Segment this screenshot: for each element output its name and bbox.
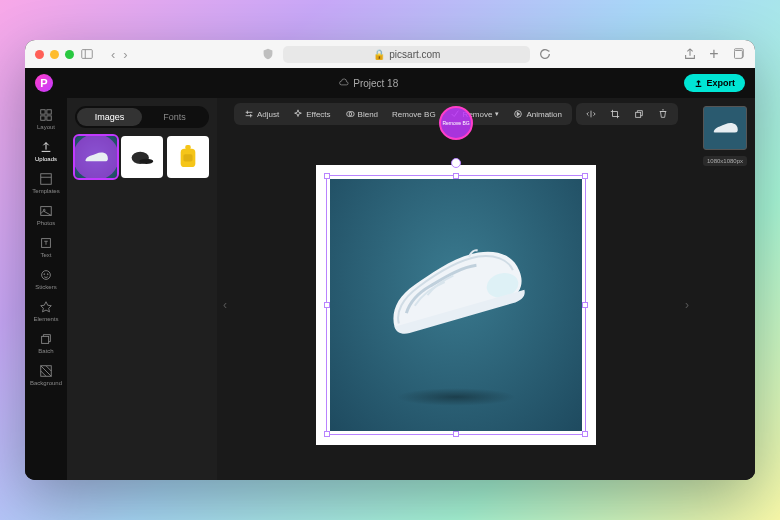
svg-point-13 xyxy=(44,274,45,275)
export-icon xyxy=(694,79,703,88)
rail-templates[interactable]: Templates xyxy=(25,168,67,198)
shoe-shadow xyxy=(396,388,516,406)
refresh-icon[interactable] xyxy=(538,47,552,61)
removebg-button[interactable]: Remove BG xyxy=(386,107,442,122)
upload-thumbnails xyxy=(75,136,209,178)
maximize-icon[interactable] xyxy=(65,50,74,59)
context-toolbar: Adjust Effects Blend Remove BG Remove▾ A… xyxy=(217,98,695,130)
url-text: picsart.com xyxy=(389,49,440,60)
duplicate-button[interactable] xyxy=(628,106,650,122)
layers-panel: 1080x1080px xyxy=(695,98,755,480)
rail-background[interactable]: Background xyxy=(25,360,67,390)
canvas-area: Adjust Effects Blend Remove BG Remove▾ A… xyxy=(217,98,695,480)
traffic-lights xyxy=(35,50,74,59)
svg-rect-3 xyxy=(41,110,45,114)
thumb-backpack[interactable] xyxy=(167,136,209,178)
url-bar[interactable]: 🔒 picsart.com xyxy=(283,46,530,63)
svg-point-12 xyxy=(42,271,51,280)
svg-rect-25 xyxy=(636,112,641,117)
tutorial-highlight: Remove BG xyxy=(439,106,473,140)
app-header: P Project 18 Export xyxy=(25,68,755,98)
tabs-icon[interactable] xyxy=(731,47,745,61)
handle-bl[interactable] xyxy=(324,431,330,437)
svg-rect-0 xyxy=(82,50,93,59)
flip-button[interactable] xyxy=(580,106,602,122)
picsart-logo[interactable]: P xyxy=(35,74,53,92)
handle-b[interactable] xyxy=(453,431,459,437)
canvas-dimensions: 1080x1080px xyxy=(703,156,747,166)
titlebar: ‹ › 🔒 picsart.com + xyxy=(25,40,755,68)
nav-arrows: ‹ › xyxy=(108,47,131,62)
sidebar-toggle-icon[interactable] xyxy=(80,47,94,61)
canvas-viewport: ‹ › xyxy=(217,130,695,480)
plus-icon[interactable]: + xyxy=(707,47,721,61)
shield-icon[interactable] xyxy=(261,47,275,61)
export-button[interactable]: Export xyxy=(684,74,745,92)
thumb-shoe[interactable] xyxy=(75,136,117,178)
uploads-panel: Images Fonts xyxy=(67,98,217,480)
effects-button[interactable]: Effects xyxy=(287,106,336,122)
artboard[interactable] xyxy=(316,165,596,445)
shoe-graphic xyxy=(362,222,542,360)
forward-icon[interactable]: › xyxy=(120,47,130,62)
handle-br[interactable] xyxy=(582,431,588,437)
minimize-icon[interactable] xyxy=(50,50,59,59)
panel-tabs: Images Fonts xyxy=(75,106,209,128)
svg-rect-6 xyxy=(47,116,51,120)
lock-icon: 🔒 xyxy=(373,49,385,60)
main-area: Layout Uploads Templates Photos Text Sti… xyxy=(25,98,755,480)
thumb-cap[interactable] xyxy=(121,136,163,178)
share-icon[interactable] xyxy=(683,47,697,61)
cloud-icon xyxy=(339,78,349,88)
prev-page-icon[interactable]: ‹ xyxy=(223,298,227,312)
rail-uploads[interactable]: Uploads xyxy=(25,136,67,166)
tab-fonts[interactable]: Fonts xyxy=(142,108,207,126)
rail-elements[interactable]: Elements xyxy=(25,296,67,326)
delete-button[interactable] xyxy=(652,106,674,122)
canvas-image[interactable] xyxy=(330,179,582,431)
svg-rect-21 xyxy=(185,145,191,150)
svg-rect-7 xyxy=(41,174,52,185)
svg-point-18 xyxy=(139,159,153,164)
tab-images[interactable]: Images xyxy=(77,108,142,126)
project-title[interactable]: Project 18 xyxy=(339,78,398,89)
handle-r[interactable] xyxy=(582,302,588,308)
rail-text[interactable]: Text xyxy=(25,232,67,262)
animation-button[interactable]: Animation xyxy=(507,106,568,122)
rail-batch[interactable]: Batch xyxy=(25,328,67,358)
rail-stickers[interactable]: Stickers xyxy=(25,264,67,294)
next-page-icon[interactable]: › xyxy=(685,298,689,312)
adjust-button[interactable]: Adjust xyxy=(238,106,285,122)
svg-point-14 xyxy=(47,274,48,275)
svg-rect-2 xyxy=(735,51,743,59)
svg-rect-4 xyxy=(47,110,51,114)
svg-rect-5 xyxy=(41,116,45,120)
browser-window: ‹ › 🔒 picsart.com + P Project 18 Export xyxy=(25,40,755,480)
svg-rect-15 xyxy=(42,336,49,343)
left-rail: Layout Uploads Templates Photos Text Sti… xyxy=(25,98,67,480)
svg-rect-20 xyxy=(183,154,192,161)
close-icon[interactable] xyxy=(35,50,44,59)
rail-layout[interactable]: Layout xyxy=(25,104,67,134)
rotate-handle[interactable] xyxy=(451,158,461,168)
back-icon[interactable]: ‹ xyxy=(108,47,118,62)
blend-button[interactable]: Blend xyxy=(339,106,384,122)
rail-photos[interactable]: Photos xyxy=(25,200,67,230)
handle-tr[interactable] xyxy=(582,173,588,179)
crop-button[interactable] xyxy=(604,106,626,122)
layer-thumbnail[interactable] xyxy=(703,106,747,150)
